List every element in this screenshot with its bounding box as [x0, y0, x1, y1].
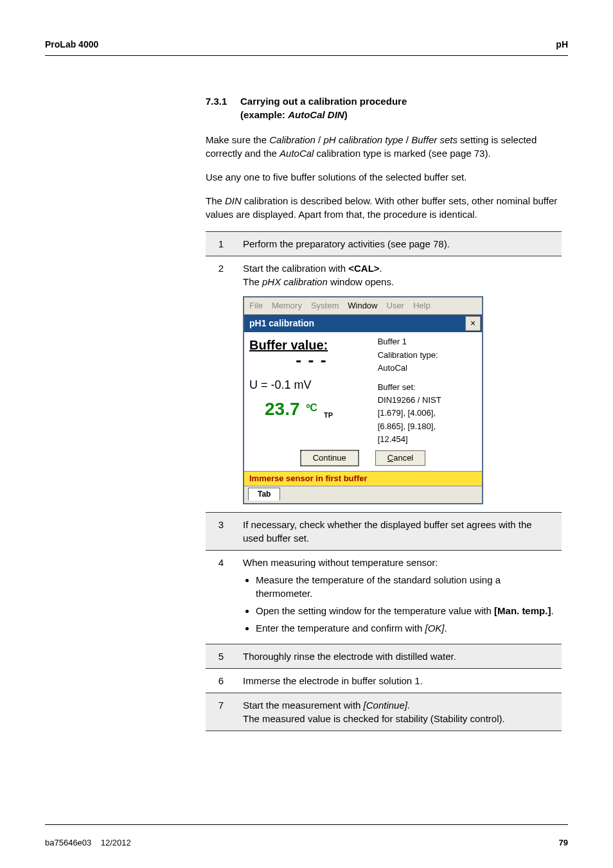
step-number: 6 — [206, 669, 236, 693]
header-right: pH — [556, 39, 568, 51]
step-text: Start the measurement with [Continue]. T… — [236, 693, 562, 731]
step-row: 3 If necessary, check whether the displa… — [206, 513, 562, 551]
page-header: ProLab 4000 pH — [45, 39, 568, 55]
window-title: pH1 calibration — [244, 315, 319, 333]
step-number: 2 — [206, 256, 236, 512]
info-buffers-line2: [6.865], [9.180], — [378, 421, 478, 432]
info-bufferset-value: DIN19266 / NIST — [378, 394, 478, 406]
panel-left: Buffer value: --- U = -0.1 mV 23.7 ºC TP — [244, 332, 375, 447]
step-text: Thoroughly rinse the electrode with dist… — [236, 644, 562, 669]
section-number: 7.3.1 — [206, 94, 240, 121]
step-number: 7 — [206, 693, 236, 731]
info-caltype-label: Calibration type: — [378, 350, 478, 361]
menubar: File Memory System Window User Help — [244, 297, 482, 315]
intro-p2: Use any one to five buffer solutions of … — [206, 170, 562, 184]
step-number: 1 — [206, 231, 236, 256]
voltage-reading: U = -0.1 mV — [249, 377, 370, 393]
info-buffers-line3: [12.454] — [378, 434, 478, 445]
step-row: 4 When measuring without temperature sen… — [206, 551, 562, 644]
page-footer: ba75646e03 12/2012 79 — [45, 837, 568, 849]
status-strip: Immerse sensor in first buffer — [244, 471, 482, 486]
temperature-unit: ºC — [306, 401, 317, 415]
footer-left: ba75646e03 12/2012 — [45, 837, 131, 849]
button-row: Continue Cancel — [244, 447, 482, 471]
buffer-value-dashes: --- — [249, 354, 370, 368]
step-text: When measuring without temperature senso… — [236, 551, 562, 644]
menu-user[interactable]: User — [387, 300, 404, 312]
list-item: Measure the temperature of the standard … — [256, 573, 555, 600]
list-item: Enter the temperature and confirm with [… — [256, 621, 555, 635]
info-bufferset-label: Buffer set: — [378, 382, 478, 393]
temperature-row: 23.7 ºC TP — [249, 396, 370, 421]
header-rule — [45, 55, 568, 56]
step-row: 2 Start the calibration with <CAL>. The … — [206, 256, 562, 512]
menu-system[interactable]: System — [311, 300, 339, 312]
tp-indicator: TP — [324, 411, 333, 420]
step-text: If necessary, check whether the displaye… — [236, 513, 562, 551]
panel-right: Buffer 1 Calibration type: AutoCal Buffe… — [375, 332, 482, 447]
buffer-value-label: Buffer value: — [249, 336, 370, 354]
close-button[interactable]: × — [465, 316, 481, 332]
page: ProLab 4000 pH 7.3.1 Carrying out a cali… — [0, 0, 613, 868]
info-caltype-value: AutoCal — [378, 362, 478, 374]
menu-help[interactable]: Help — [413, 300, 431, 312]
section-title-line2: (example: AutoCal DIN) — [240, 108, 407, 121]
tab[interactable]: Tab — [248, 488, 280, 500]
footer-rule — [45, 824, 568, 825]
step-row: 7 Start the measurement with [Continue].… — [206, 693, 562, 731]
info-buffers-line1: [1.679], [4.006], — [378, 407, 478, 419]
step-row: 5 Thoroughly rinse the electrode with di… — [206, 644, 562, 669]
list-item: Open the setting window for the temperat… — [256, 604, 555, 617]
step-text: Perform the preparatory activities (see … — [236, 231, 562, 256]
page-number: 79 — [559, 837, 568, 849]
step-text: Immerse the electrode in buffer solution… — [236, 669, 562, 693]
step-row: 6 Immerse the electrode in buffer soluti… — [206, 669, 562, 693]
step-number: 5 — [206, 644, 236, 669]
step-number: 3 — [206, 513, 236, 551]
step-text: Start the calibration with <CAL>. The pH… — [236, 256, 562, 512]
section-title-line1: Carrying out a calibration procedure — [240, 94, 407, 108]
intro-p3: The DIN calibration is described below. … — [206, 194, 562, 221]
window-titlebar: pH1 calibration × — [244, 315, 482, 333]
step4-list: Measure the temperature of the standard … — [243, 573, 555, 635]
menu-file[interactable]: File — [249, 300, 263, 312]
body-column: 7.3.1 Carrying out a calibration procedu… — [206, 94, 562, 731]
menu-memory[interactable]: Memory — [272, 300, 302, 312]
step-row: 1 Perform the preparatory activities (se… — [206, 231, 562, 256]
step-number: 4 — [206, 551, 236, 644]
app-window: File Memory System Window User Help pH1 … — [243, 296, 483, 504]
steps-table: 1 Perform the preparatory activities (se… — [206, 231, 562, 731]
temperature-value: 23.7 — [249, 396, 300, 421]
intro-p1: Make sure the Calibration / pH calibrati… — [206, 133, 562, 160]
header-left: ProLab 4000 — [45, 39, 98, 51]
menu-window[interactable]: Window — [348, 300, 377, 312]
continue-button[interactable]: Continue — [301, 450, 359, 466]
section-heading: 7.3.1 Carrying out a calibration procedu… — [206, 94, 562, 121]
info-buffer-number: Buffer 1 — [378, 336, 478, 348]
cancel-button[interactable]: Cancel — [375, 450, 425, 466]
tab-strip: Tab — [244, 486, 482, 503]
panel: Buffer value: --- U = -0.1 mV 23.7 ºC TP — [244, 332, 482, 447]
